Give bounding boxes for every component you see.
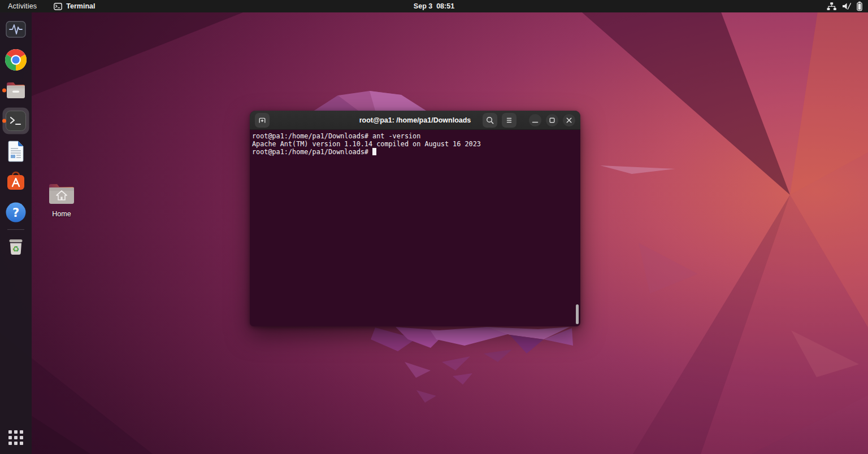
desktop: Activities Terminal Sep 3 08:51 <box>0 0 868 454</box>
running-indicator <box>2 89 6 93</box>
terminal-line: root@pa1:/home/pa1/Downloads# ant -versi… <box>252 132 420 140</box>
window-titlebar[interactable]: root@pa1: /home/pa1/Downloads <box>250 111 580 130</box>
dock-item-files[interactable] <box>0 75 32 106</box>
close-button[interactable] <box>563 114 575 126</box>
terminal-line: Apache Ant(TM) version 1.10.14 compiled … <box>252 140 481 148</box>
minimize-icon <box>529 114 541 126</box>
system-monitor-icon <box>5 18 27 41</box>
activities-button[interactable]: Activities <box>8 2 37 10</box>
scrollbar-thumb[interactable] <box>576 304 579 324</box>
minimize-button[interactable] <box>529 114 541 126</box>
files-icon <box>5 79 27 102</box>
dock-item-terminal[interactable] <box>0 106 32 136</box>
home-folder-icon <box>47 181 76 206</box>
search-button[interactable] <box>483 113 497 128</box>
libreoffice-writer-icon <box>5 140 27 163</box>
new-tab-icon <box>258 116 267 125</box>
desktop-icon-home[interactable]: Home <box>46 181 77 218</box>
system-tray[interactable] <box>826 1 868 11</box>
menu-icon <box>505 116 514 125</box>
clock[interactable]: Sep 3 08:51 <box>414 2 454 10</box>
terminal-icon <box>5 110 27 132</box>
volume-muted-icon <box>841 2 852 11</box>
terminal-content-area[interactable]: root@pa1:/home/pa1/Downloads# ant -versi… <box>250 130 580 326</box>
search-icon <box>485 116 494 125</box>
dock-separator <box>7 229 24 230</box>
terminal-window: root@pa1: /home/pa1/Downloads <box>250 111 580 326</box>
terminal-cursor <box>372 148 376 155</box>
dock-item-chrome[interactable] <box>0 45 32 75</box>
dock-item-ubuntu-software[interactable] <box>0 167 32 197</box>
network-icon <box>826 2 837 11</box>
menu-button[interactable] <box>502 113 517 128</box>
maximize-button[interactable] <box>546 114 558 126</box>
maximize-icon <box>546 114 558 126</box>
dock-item-system-monitor[interactable] <box>0 14 32 45</box>
trash-icon: ♻ <box>5 235 27 258</box>
new-tab-button[interactable] <box>255 113 270 128</box>
battery-icon <box>856 1 863 11</box>
svg-text:♻: ♻ <box>12 245 20 254</box>
desktop-icon-label: Home <box>46 210 77 218</box>
focused-app-label: Terminal <box>66 2 95 10</box>
close-icon <box>563 114 575 126</box>
top-bar: Activities Terminal Sep 3 08:51 <box>0 0 868 12</box>
dock-item-libreoffice-writer[interactable] <box>0 136 32 167</box>
chrome-icon <box>5 49 27 71</box>
dock: ? ♻ <box>0 12 32 454</box>
ubuntu-software-icon <box>5 171 27 193</box>
svg-text:?: ? <box>12 206 19 220</box>
window-title: root@pa1: /home/pa1/Downloads <box>359 116 471 124</box>
running-indicator <box>2 119 6 123</box>
dock-item-help[interactable]: ? <box>0 197 32 228</box>
dock-item-trash[interactable]: ♻ <box>0 232 32 262</box>
help-icon: ? <box>5 201 27 224</box>
show-applications-button[interactable] <box>0 425 32 451</box>
show-applications-icon <box>7 429 24 446</box>
terminal-line: root@pa1:/home/pa1/Downloads# <box>252 148 372 156</box>
terminal-mini-icon <box>54 3 62 10</box>
focused-app-menu[interactable]: Terminal <box>54 2 95 10</box>
